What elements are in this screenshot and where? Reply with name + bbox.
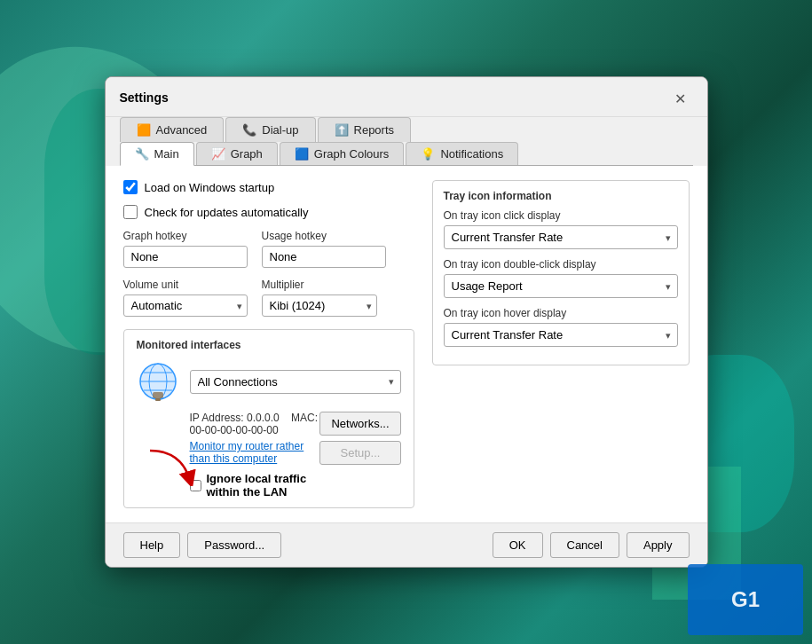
multiplier-group: Multiplier Kibi (1024) Kilo (1000) — [262, 279, 377, 317]
tray-dblclick-row: On tray icon double-click display Usage … — [444, 258, 678, 298]
tab-graph[interactable]: 📈 Graph — [196, 142, 278, 165]
volume-unit-select[interactable]: Automatic Bytes KB MB GB — [123, 295, 248, 317]
tray-click-select-wrap: Current Transfer Rate Usage Report Nothi… — [444, 225, 678, 249]
content-inner: Load on Windows startup Check for update… — [123, 180, 690, 508]
multiplier-label: Multiplier — [262, 279, 377, 291]
graph-colours-icon: 🟦 — [295, 147, 309, 161]
volume-unit-label: Volume unit — [123, 279, 248, 291]
inner-tab-row: 🔧 Main 📈 Graph 🟦 Graph Colours 💡 Notific… — [120, 142, 693, 166]
ip-address: IP Address: 0.0.0.0 — [190, 412, 280, 424]
tray-hover-label: On tray icon hover display — [444, 307, 678, 319]
check-updates-checkbox[interactable] — [123, 205, 138, 219]
multiplier-wrap: Kibi (1024) Kilo (1000) — [262, 295, 377, 317]
password-button[interactable]: Password... — [187, 532, 281, 558]
volume-unit-group: Volume unit Automatic Bytes KB MB GB — [123, 279, 248, 317]
check-updates-label[interactable]: Check for updates automatically — [145, 206, 309, 219]
connection-select[interactable]: All Connections Local Area Connection Wi… — [190, 370, 401, 394]
usage-hotkey-group: Usage hotkey — [262, 230, 386, 268]
setup-button[interactable]: Setup... — [319, 441, 400, 465]
monitored-info: IP Address: 0.0.0.0 MAC: 00-00-00-00-00-… — [190, 412, 401, 499]
volume-unit-wrap: Automatic Bytes KB MB GB — [123, 295, 248, 317]
connection-select-wrap: All Connections Local Area Connection Wi… — [190, 370, 401, 394]
tab-advanced[interactable]: 🟧 Advanced — [120, 117, 225, 142]
unit-multiplier-row: Volume unit Automatic Bytes KB MB GB — [123, 279, 414, 317]
tab-main[interactable]: 🔧 Main — [120, 142, 194, 166]
load-startup-label[interactable]: Load on Windows startup — [145, 181, 275, 194]
monitored-section: Monitored interfaces — [123, 329, 414, 508]
ignore-local-checkbox[interactable] — [190, 480, 201, 491]
graph-hotkey-group: Graph hotkey — [123, 230, 248, 268]
outer-tabs: 🟧 Advanced 📞 Dial-up ⬆️ Reports 🔧 Main 📈… — [106, 117, 707, 166]
svg-rect-6 — [153, 392, 163, 398]
dialup-icon: 📞 — [242, 123, 256, 137]
help-button[interactable]: Help — [123, 532, 181, 558]
tray-click-row: On tray icon click display Current Trans… — [444, 209, 678, 249]
tray-hover-select[interactable]: Current Transfer Rate Usage Report Nothi… — [444, 323, 678, 347]
left-column: Load on Windows startup Check for update… — [123, 180, 414, 508]
main-content: Load on Windows startup Check for update… — [106, 166, 707, 522]
right-column: Tray icon information On tray icon click… — [432, 180, 690, 508]
apply-button[interactable]: Apply — [627, 532, 690, 558]
monitored-details: IP Address: 0.0.0.0 MAC: 00-00-00-00-00-… — [190, 412, 320, 499]
multiplier-select[interactable]: Kibi (1024) Kilo (1000) — [262, 295, 377, 317]
tray-dblclick-select[interactable]: Usage Report Current Transfer Rate Nothi… — [444, 274, 678, 298]
load-startup-checkbox[interactable] — [123, 180, 138, 194]
tray-title: Tray icon information — [444, 190, 678, 202]
tray-click-label: On tray icon click display — [444, 209, 678, 222]
tray-dblclick-select-wrap: Usage Report Current Transfer Rate Nothi… — [444, 274, 678, 298]
tray-hover-row: On tray icon hover display Current Trans… — [444, 307, 678, 347]
monitored-title: Monitored interfaces — [137, 339, 401, 351]
cancel-button[interactable]: Cancel — [550, 532, 619, 558]
watermark-text: G1 — [731, 587, 760, 612]
ok-button[interactable]: OK — [493, 532, 543, 558]
graph-hotkey-input[interactable] — [123, 246, 248, 268]
svg-rect-7 — [155, 398, 161, 401]
settings-dialog: Settings ✕ 🟧 Advanced 📞 Dial-up ⬆️ Repor… — [105, 76, 708, 568]
graph-icon: 📈 — [211, 147, 225, 161]
side-buttons: Networks... Setup... — [319, 412, 400, 465]
notifications-icon: 💡 — [421, 147, 435, 161]
networks-button[interactable]: Networks... — [319, 412, 400, 436]
tray-click-select[interactable]: Current Transfer Rate Usage Report Nothi… — [444, 225, 678, 249]
usage-hotkey-input[interactable] — [262, 246, 386, 268]
ignore-local-label[interactable]: Ignore local traffic within the LAN — [207, 472, 320, 499]
network-globe-icon — [137, 360, 179, 403]
monitored-top: All Connections Local Area Connection Wi… — [137, 360, 401, 403]
check-updates-row: Check for updates automatically — [123, 205, 414, 219]
hotkeys-row: Graph hotkey Usage hotkey — [123, 230, 414, 268]
tab-graph-colours[interactable]: 🟦 Graph Colours — [280, 142, 405, 165]
tray-dblclick-label: On tray icon double-click display — [444, 258, 678, 271]
tab-dialup[interactable]: 📞 Dial-up — [225, 117, 315, 142]
load-startup-row: Load on Windows startup — [123, 180, 414, 194]
reports-icon: ⬆️ — [335, 123, 349, 137]
tab-reports[interactable]: ⬆️ Reports — [318, 117, 412, 142]
close-button[interactable]: ✕ — [668, 86, 693, 111]
dialog-title: Settings — [120, 90, 169, 112]
watermark: G1 — [688, 564, 803, 635]
main-icon: 🔧 — [135, 147, 149, 161]
ignore-row-container: Ignore local traffic within the LAN — [190, 472, 320, 499]
tray-section: Tray icon information On tray icon click… — [432, 180, 690, 365]
outer-tab-row: 🟧 Advanced 📞 Dial-up ⬆️ Reports — [120, 117, 693, 142]
ip-mac-line: IP Address: 0.0.0.0 MAC: 00-00-00-00-00-… — [190, 412, 320, 436]
title-bar: Settings ✕ — [106, 77, 707, 117]
tab-notifications[interactable]: 💡 Notifications — [406, 142, 518, 165]
tray-hover-select-wrap: Current Transfer Rate Usage Report Nothi… — [444, 323, 678, 347]
router-link[interactable]: Monitor my router rather than this compu… — [190, 440, 320, 465]
usage-hotkey-label: Usage hotkey — [262, 230, 386, 242]
graph-hotkey-label: Graph hotkey — [123, 230, 248, 242]
advanced-icon: 🟧 — [137, 123, 151, 137]
ignore-local-row: Ignore local traffic within the LAN — [190, 472, 320, 499]
dialog-footer: Help Password... OK Cancel Apply — [106, 522, 707, 567]
